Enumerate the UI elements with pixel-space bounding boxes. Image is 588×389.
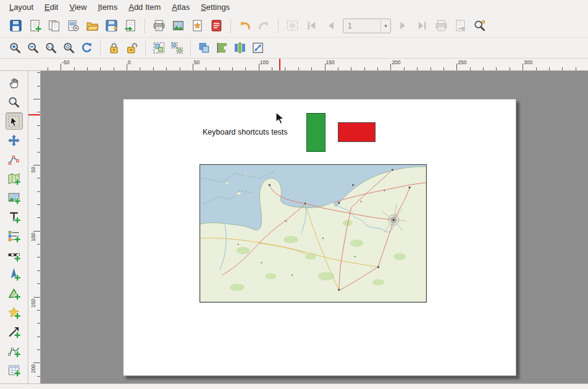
atlas-next-icon [397, 19, 410, 32]
green-rectangle-item[interactable] [306, 113, 326, 152]
spinner-dropdown-icon: ▾ [380, 19, 390, 33]
add-legend-button[interactable] [6, 227, 23, 245]
align-selected-items-button[interactable] [214, 40, 230, 56]
add-shape-button[interactable] [6, 285, 23, 302]
undo-button[interactable] [236, 17, 254, 35]
navigation-toolbar: 1:1 [0, 38, 588, 59]
refresh-view-button[interactable] [78, 40, 95, 56]
ruler-label: 150 [326, 59, 335, 65]
zoom-out-icon [27, 41, 40, 54]
add-attribute-table-button[interactable] [6, 361, 23, 379]
ruler-tick [404, 67, 405, 70]
raise-selected-items-button[interactable] [196, 40, 212, 56]
ruler-tick [456, 64, 457, 70]
menu-items[interactable]: Items [92, 1, 123, 14]
zoom-full-button[interactable] [61, 40, 77, 56]
ruler-tick [37, 310, 40, 311]
add-label-button[interactable] [6, 208, 23, 225]
zoom-actual-button[interactable]: 1:1 [43, 40, 59, 56]
layout-manager-icon [67, 19, 80, 32]
ruler-tick [87, 67, 88, 70]
export-image-button[interactable] [169, 17, 187, 35]
add-picture-button[interactable] [6, 189, 23, 206]
add-items-from-template-button[interactable] [122, 17, 140, 35]
ungroup-items-button[interactable] [169, 40, 185, 56]
new-layout-button[interactable] [26, 17, 44, 35]
zoom-tool-button[interactable] [6, 93, 23, 111]
save-as-template-button[interactable] [103, 17, 120, 35]
add-marker-button[interactable] [6, 304, 23, 321]
cursor-position-marker [279, 59, 280, 70]
distribute-selected-items-button[interactable] [232, 40, 248, 56]
map-item[interactable] [200, 164, 427, 303]
open-template-button[interactable] [83, 17, 101, 35]
redo-icon [258, 19, 271, 32]
add-scalebar-button[interactable] [6, 246, 23, 264]
layout-manager-button[interactable] [64, 17, 82, 35]
add-map-button[interactable] [6, 170, 23, 187]
group-items-button[interactable] [151, 40, 167, 56]
ruler-tick [562, 67, 563, 70]
zoom-in-button[interactable] [7, 40, 23, 56]
layout-canvas[interactable]: Keyboard shortcuts tests [41, 71, 588, 383]
export-pdf-icon [210, 19, 223, 32]
menu-view[interactable]: View [64, 1, 92, 14]
layout-page[interactable]: Keyboard shortcuts tests [123, 99, 516, 376]
move-item-content-icon [7, 134, 20, 147]
export-atlas-button [452, 17, 469, 35]
red-rectangle-item[interactable] [338, 122, 376, 142]
preview-atlas-button [284, 17, 301, 35]
ungroup-items-icon [170, 41, 183, 54]
atlas-settings-button[interactable] [471, 17, 489, 35]
menu-edit[interactable]: Edit [39, 1, 64, 14]
ruler-label: 100 [260, 59, 269, 65]
duplicate-layout-button[interactable] [45, 17, 63, 35]
lock-selected-items-button[interactable] [106, 40, 122, 56]
toolbar-separator [230, 19, 231, 33]
menu-add-item[interactable]: Add Item [123, 1, 166, 14]
ruler-label: 200 [30, 364, 36, 373]
ruler-tick [549, 67, 550, 70]
print-atlas-icon [435, 19, 448, 32]
move-item-content-button[interactable] [6, 132, 23, 149]
atlas-prev-button [322, 17, 340, 35]
export-svg-button[interactable] [188, 17, 206, 35]
ruler-tick [37, 323, 40, 324]
ruler-tick [37, 376, 40, 377]
island [225, 182, 229, 185]
export-pdf-button[interactable] [208, 17, 225, 35]
preview-atlas-icon [286, 19, 299, 32]
add-legend-icon [7, 230, 20, 243]
pan-layout-button[interactable] [6, 74, 23, 91]
toolbar-separator [145, 19, 145, 33]
ruler-tick [37, 217, 40, 218]
horizontal-ruler: -50050100150200250300 [41, 59, 588, 71]
menu-atlas[interactable]: Atlas [166, 1, 195, 14]
add-node-item-button[interactable] [6, 342, 23, 359]
add-map-icon [7, 172, 20, 185]
resize-selected-items-button[interactable] [250, 40, 266, 56]
ruler-tick [180, 67, 180, 70]
edit-nodes-item-icon [7, 153, 20, 166]
ruler-tick [377, 67, 378, 70]
unlock-all-items-button[interactable] [124, 40, 140, 56]
add-north-arrow-button[interactable] [6, 266, 23, 283]
save-project-button[interactable] [7, 17, 25, 35]
ruler-label: 150 [30, 299, 36, 307]
ruler-label: 50 [194, 59, 200, 65]
ruler-label: 300 [524, 59, 532, 65]
vertical-ruler: 50100150200 [28, 71, 41, 383]
label-item[interactable]: Keyboard shortcuts tests [203, 128, 288, 136]
zoom-out-button[interactable] [25, 40, 41, 56]
ruler-tick [443, 67, 444, 70]
menu-settings[interactable]: Settings [195, 1, 235, 14]
menu-layout[interactable]: Layout [4, 1, 39, 14]
edit-nodes-item-button[interactable] [6, 151, 23, 168]
add-node-item-icon [7, 345, 20, 358]
export-svg-icon [191, 19, 204, 32]
print-button[interactable] [150, 17, 168, 35]
layout-toolbar: 1▾ [0, 14, 588, 38]
add-arrow-button[interactable] [6, 323, 23, 340]
select-move-item-button[interactable] [6, 112, 23, 130]
ruler-tick [37, 283, 40, 284]
